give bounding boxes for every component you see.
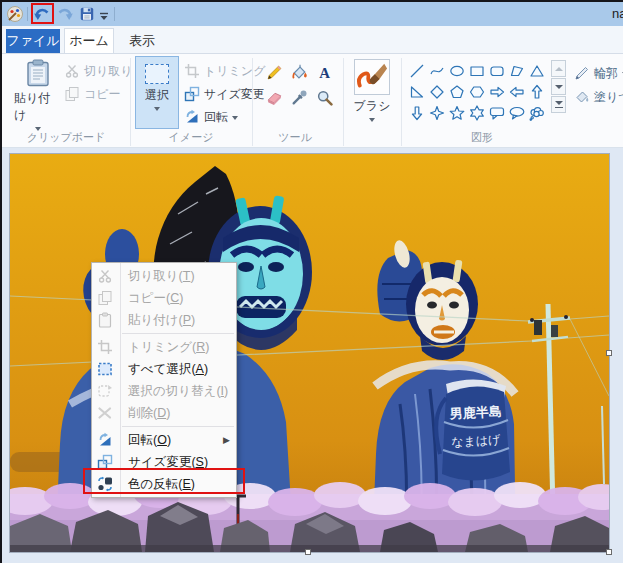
copy-label: コピー: [84, 86, 121, 103]
image-group-label: イメージ: [130, 130, 252, 146]
magnifier-tool[interactable]: [312, 85, 336, 109]
redo-button[interactable]: [56, 5, 74, 23]
crop-button[interactable]: トリミング: [184, 61, 265, 81]
shape-arrow-left[interactable]: [507, 81, 527, 102]
shapes-scroll-down-button[interactable]: [551, 78, 566, 95]
outline-pencil-icon: [574, 65, 590, 81]
undo-button[interactable]: [33, 5, 51, 23]
pencil-tool[interactable]: [262, 60, 286, 84]
shape-hexagon[interactable]: [467, 81, 487, 102]
paste-label: 貼り付け: [14, 90, 62, 124]
shape-line[interactable]: [407, 60, 427, 81]
shape-outline-button[interactable]: 輪郭: [574, 63, 623, 83]
shape-curve[interactable]: [427, 60, 447, 81]
shape-arrow-down[interactable]: [407, 102, 427, 123]
triangle-down-icon: [555, 85, 563, 89]
shape-star-4[interactable]: [427, 102, 447, 123]
shape-callout-oval[interactable]: [507, 102, 527, 123]
shape-right-triangle[interactable]: [407, 81, 427, 102]
copy-menu-item[interactable]: コピー(C): [92, 287, 236, 309]
shape-rectangle[interactable]: [467, 60, 487, 81]
chevron-down-icon: [154, 107, 160, 111]
paste-button[interactable]: 貼り付け: [14, 56, 62, 131]
shapes-grid: [407, 60, 548, 123]
tab-file[interactable]: ファイル: [6, 29, 60, 53]
tab-home[interactable]: ホーム: [64, 28, 114, 53]
menu-item-label: 色の反転(E): [128, 476, 195, 493]
select-button[interactable]: 選択: [135, 56, 179, 129]
menu-item-label: 選択の切り替え(I): [128, 383, 228, 400]
shape-fill-button[interactable]: 塗りつぶし: [574, 87, 623, 107]
paint-logo-icon: [6, 5, 24, 23]
shapes-group-label: 図形: [402, 130, 562, 146]
select-all-menu-item[interactable]: すべて選択(A): [92, 358, 236, 380]
brush-icon: [354, 59, 390, 95]
copy-icon: [97, 290, 113, 306]
shape-arrow-right[interactable]: [487, 81, 507, 102]
paste-menu-item[interactable]: 貼り付け(P): [92, 309, 236, 331]
ribbon: 貼り付け 切り取り コピー クリップボード 選択 トリミング サイズ変更 回転 …: [2, 54, 623, 148]
resize-handle-bottom[interactable]: [305, 549, 311, 555]
ribbon-tab-row: ファイル ホーム 表示: [2, 26, 623, 54]
paste-icon: [97, 312, 113, 328]
eyedropper-tool[interactable]: [287, 85, 311, 109]
window-title: na: [612, 6, 623, 21]
brush-button[interactable]: ブラシ: [349, 56, 395, 122]
invert-colors-icon: [97, 476, 113, 492]
tools-grid: A: [262, 60, 338, 110]
cut-button[interactable]: 切り取り: [64, 61, 133, 81]
submenu-arrow-icon: ▶: [223, 435, 230, 445]
invert-colors-menu-item[interactable]: 色の反転(E): [92, 473, 236, 495]
qat-customize-button[interactable]: [99, 10, 109, 19]
brush-label: ブラシ: [354, 98, 391, 115]
shape-callout-cloud[interactable]: [527, 102, 547, 123]
shapes-scrollbar: [551, 60, 566, 114]
triangle-up-icon: [555, 67, 563, 71]
crop-icon: [184, 63, 200, 79]
resize-handle-right[interactable]: [606, 350, 612, 356]
more-bar-icon: [555, 107, 563, 109]
sign-text-name: なまはげ: [451, 433, 502, 450]
resize-icon: [97, 454, 113, 470]
resize-icon: [184, 86, 200, 102]
resize-handle-corner[interactable]: [606, 549, 612, 555]
invert-selection-menu-item[interactable]: 選択の切り替え(I): [92, 380, 236, 402]
rotate-button[interactable]: 回転: [184, 107, 238, 127]
menu-item-label: 切り取り(T): [128, 268, 195, 285]
tab-view[interactable]: 表示: [114, 29, 170, 53]
text-tool[interactable]: A: [312, 60, 336, 84]
rotate-menu-item[interactable]: 回転(O)▶: [92, 429, 236, 451]
shape-triangle[interactable]: [527, 60, 547, 81]
namahage-sign-barrel: 男鹿半島 なまはげ: [436, 379, 510, 480]
delete-icon: [97, 405, 113, 421]
resize-menu-item[interactable]: サイズ変更(S): [92, 451, 236, 473]
cut-menu-item[interactable]: 切り取り(T): [92, 265, 236, 287]
delete-menu-item[interactable]: 削除(D): [92, 402, 236, 424]
shape-fill-label: 塗りつぶし: [594, 89, 623, 106]
shape-star-6[interactable]: [467, 102, 487, 123]
shape-diamond[interactable]: [427, 81, 447, 102]
shape-pentagon[interactable]: [447, 81, 467, 102]
fill-tool[interactable]: [287, 60, 311, 84]
save-button[interactable]: [79, 6, 95, 22]
select-rectangle-icon: [145, 64, 169, 84]
menu-item-label: すべて選択(A): [128, 361, 208, 378]
copy-button[interactable]: コピー: [64, 84, 121, 104]
tools-group-label: ツール: [252, 130, 338, 146]
eraser-tool[interactable]: [262, 85, 286, 109]
shape-polygon[interactable]: [507, 60, 527, 81]
shape-ellipse[interactable]: [447, 60, 467, 81]
shape-arrow-up[interactable]: [527, 81, 547, 102]
shapes-more-button[interactable]: [551, 96, 566, 113]
menu-item-label: 削除(D): [128, 405, 170, 422]
cut-label: 切り取り: [84, 63, 133, 80]
qat-separator: [114, 7, 115, 21]
crop-menu-item[interactable]: トリミング(R): [92, 336, 236, 358]
shape-star-5[interactable]: [447, 102, 467, 123]
rotate-icon: [184, 109, 200, 125]
shape-callout-rounded[interactable]: [487, 102, 507, 123]
shape-rounded-rectangle[interactable]: [487, 60, 507, 81]
scissors-icon: [97, 268, 113, 284]
shapes-scroll-up-button[interactable]: [551, 60, 566, 77]
resize-label: サイズ変更: [204, 86, 265, 103]
